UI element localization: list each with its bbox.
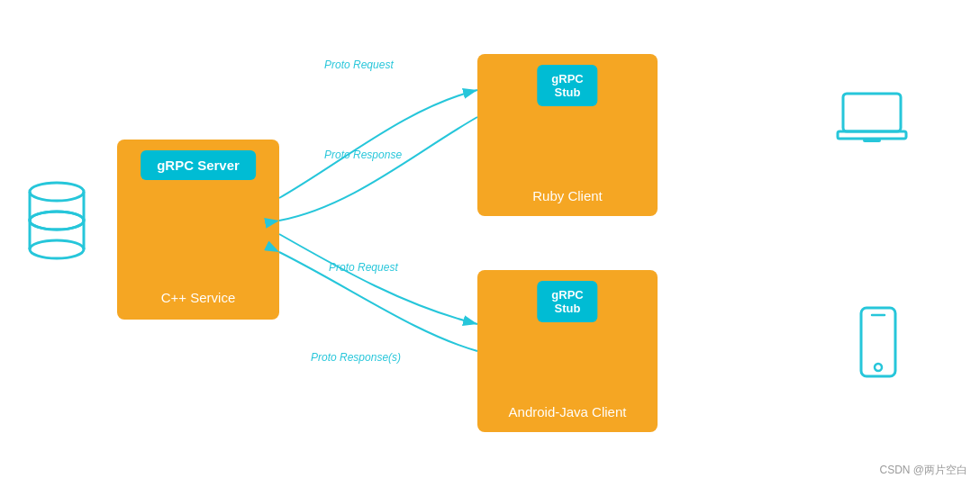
watermark: CSDN @两片空白	[879, 463, 967, 478]
svg-rect-10	[843, 94, 901, 131]
grpc-server-label: gRPC Server	[141, 150, 256, 180]
proto-response-2-label: Proto Response(s)	[311, 351, 401, 364]
ruby-stub-label: gRPCStub	[537, 65, 597, 106]
proto-response-1-label: Proto Response	[324, 149, 402, 161]
proto-request-1-label: Proto Request	[324, 59, 394, 71]
ruby-client-block: gRPCStub Ruby Client	[477, 54, 658, 216]
svg-rect-11	[838, 131, 906, 139]
svg-point-14	[875, 364, 882, 371]
laptop-icon	[836, 90, 908, 152]
svg-point-0	[30, 183, 84, 201]
proto-request-2-label: Proto Request	[329, 261, 398, 274]
proto-response-1-arrow	[279, 117, 477, 221]
android-client-label: Android-Java Client	[509, 404, 627, 419]
proto-request-2-arrow	[279, 234, 477, 324]
database-icon	[25, 176, 88, 278]
android-stub-label: gRPCStub	[537, 281, 597, 322]
server-block: gRPC Server C++ Service	[117, 140, 279, 320]
cpp-service-label: C++ Service	[161, 290, 236, 305]
android-client-block: gRPCStub Android-Java Client	[477, 270, 658, 432]
svg-point-4	[30, 212, 84, 230]
svg-point-7	[30, 240, 84, 258]
proto-request-1-arrow	[279, 90, 477, 198]
phone-icon	[858, 306, 899, 382]
proto-response-2-arrow	[279, 252, 477, 351]
ruby-client-label: Ruby Client	[532, 188, 603, 203]
svg-rect-13	[861, 308, 895, 376]
diagram-container: gRPC Server C++ Service gRPCStub Ruby Cl…	[0, 0, 980, 487]
svg-rect-12	[863, 139, 881, 142]
